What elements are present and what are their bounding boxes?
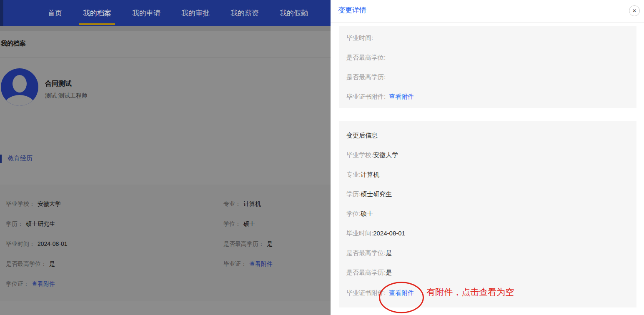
detail-value: 硕士 — [361, 210, 373, 217]
detail-label: 是否最高学位: — [346, 54, 386, 61]
before-change-block: 毕业时间: 是否最高学位: 是否最高学历: 毕业证书附件:查看附件 — [339, 26, 636, 108]
detail-value: 2024-08-01 — [373, 230, 405, 237]
detail-label: 毕业时间: — [346, 230, 373, 237]
detail-label: 专业: — [346, 171, 361, 178]
detail-row-certificate-attachment: 毕业证书附件:查看附件 — [346, 87, 636, 106]
detail-value: 计算机 — [361, 171, 379, 178]
detail-row-highest-degree: 是否最高学位:是 — [346, 243, 636, 262]
nav-item-my-attendance[interactable]: 我的假勤 — [280, 8, 308, 18]
detail-label: 毕业时间: — [346, 34, 373, 41]
drawer-mask[interactable] — [0, 26, 331, 315]
detail-row-highest-education: 是否最高学历:是 — [346, 262, 636, 282]
detail-label: 毕业学校: — [346, 151, 373, 158]
nav-item-my-applications[interactable]: 我的申请 — [132, 8, 160, 18]
top-navigation: 首页 我的档案 我的申请 我的审批 我的薪资 我的假勤 — [0, 0, 331, 26]
detail-row-certificate-attachment: 毕业证书附件:查看附件有附件，点击查看为空 — [346, 282, 636, 302]
nav-items: 首页 我的档案 我的申请 我的审批 我的薪资 我的假勤 — [0, 0, 331, 26]
detail-row-highest-education: 是否最高学历: — [346, 67, 636, 87]
detail-row-graduation-date: 毕业时间:2024-08-01 — [346, 223, 636, 243]
detail-row-highest-degree: 是否最高学位: — [346, 48, 636, 67]
nav-edge-decoration — [0, 0, 3, 26]
nav-item-home[interactable]: 首页 — [48, 8, 62, 18]
nav-item-my-salary[interactable]: 我的薪资 — [231, 8, 259, 18]
detail-row-graduation-date: 毕业时间: — [346, 28, 636, 48]
detail-label: 学位: — [346, 210, 361, 217]
after-change-block: 变更后信息 毕业学校:安徽大学 专业:计算机 学历:硕士研究生 学位:硕士 毕业… — [339, 121, 636, 308]
detail-row-school: 毕业学校:安徽大学 — [346, 145, 636, 165]
drawer-header: 变更详情 ✕ — [331, 0, 644, 23]
app-screen: 首页 我的档案 我的申请 我的审批 我的薪资 我的假勤 我的档案 合同测试 测试… — [0, 0, 644, 315]
main-page: 首页 我的档案 我的申请 我的审批 我的薪资 我的假勤 我的档案 合同测试 测试… — [0, 0, 331, 315]
detail-value: 是 — [386, 269, 392, 276]
close-button[interactable]: ✕ — [629, 5, 640, 16]
detail-label: 毕业证书附件: — [346, 289, 386, 296]
circled-attachment-link: 查看附件 — [389, 283, 414, 302]
after-change-heading: 变更后信息 — [346, 125, 636, 145]
detail-label: 是否最高学位: — [346, 249, 386, 256]
detail-row-major: 专业:计算机 — [346, 165, 636, 184]
red-annotation-text: 有附件，点击查看为空 — [426, 287, 514, 297]
change-detail-drawer: 变更详情 ✕ 毕业时间: 是否最高学位: 是否最高学历: 毕业证书附件:查看附件… — [331, 0, 644, 315]
detail-value: 安徽大学 — [373, 151, 398, 158]
nav-item-my-archive[interactable]: 我的档案 — [83, 8, 111, 18]
detail-value: 硕士研究生 — [361, 190, 392, 198]
detail-label: 毕业证书附件: — [346, 93, 386, 100]
drawer-title: 变更详情 — [338, 5, 366, 15]
view-attachment-link[interactable]: 查看附件 — [389, 93, 414, 100]
detail-row-degree-level: 学历:硕士研究生 — [346, 184, 636, 204]
close-icon: ✕ — [632, 8, 636, 14]
detail-label: 学历: — [346, 190, 361, 198]
view-attachment-link[interactable]: 查看附件 — [389, 289, 414, 296]
red-circle-annotation — [379, 282, 424, 313]
nav-item-my-approvals[interactable]: 我的审批 — [181, 8, 210, 18]
detail-label: 是否最高学历: — [346, 73, 386, 80]
detail-value: 是 — [386, 249, 392, 256]
detail-label: 是否最高学历: — [346, 269, 386, 276]
detail-row-degree: 学位:硕士 — [346, 204, 636, 223]
